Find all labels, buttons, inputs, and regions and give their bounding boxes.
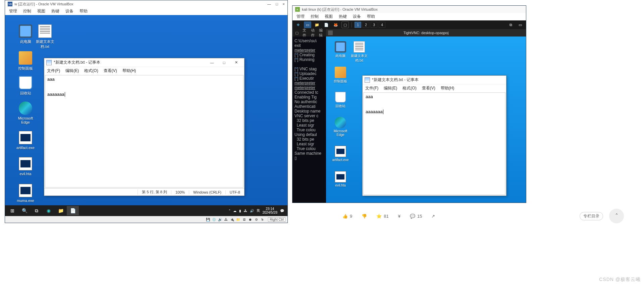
page-watermark: CSDN @极客云曦 [599, 277, 641, 283]
menu-item[interactable]: 管理 [9, 8, 17, 14]
workspace-3[interactable]: 3 [371, 22, 377, 28]
desktop-icon-控制面板[interactable]: 控制面板 [14, 51, 37, 71]
desktop-icon-Microsoft Edge[interactable]: Microsoft Edge [14, 101, 37, 124]
kali-terminal[interactable]: ▢ 文件动作编辑 C:\Users\su\ exit meterpreter [… [292, 29, 326, 203]
panel-tray-btn2[interactable]: ▭ [517, 21, 524, 28]
menu-item[interactable]: 视图 [325, 14, 333, 19]
tray-volume-icon[interactable]: 🔊 [250, 209, 254, 213]
menu-item[interactable]: 控制 [23, 8, 31, 14]
notepad-text-area[interactable]: aaa aaaaaaa [45, 75, 244, 188]
menu-item[interactable]: 管理 [297, 14, 305, 19]
workspace-1[interactable]: 1 [355, 22, 361, 28]
notepad-close-button[interactable]: ✕ [230, 59, 242, 67]
menu-item[interactable]: 控制 [311, 14, 319, 19]
tray-ime-lang[interactable]: 英 [257, 208, 260, 213]
tray-network-icon[interactable]: 🖧 [244, 209, 247, 213]
desktop-icon-evil.hta[interactable]: evil.hta [331, 171, 350, 187]
menu-item[interactable]: 查看(V) [422, 85, 435, 91]
panel-files-icon[interactable]: 📁 [313, 21, 321, 28]
menu-item[interactable]: 帮助 [367, 14, 375, 19]
vm-display-icon[interactable]: 🖥 [242, 217, 247, 222]
sidebar-toc-button[interactable]: 专栏目录 [580, 212, 603, 220]
start-button[interactable]: ⊞ [6, 206, 18, 215]
vm-cpu-icon[interactable]: ⚙ [254, 217, 259, 222]
notepad-titlebar[interactable]: *新建文本文档.txt - 记事本 [363, 76, 506, 84]
panel-firefox-icon[interactable]: 🦊 [332, 21, 339, 28]
share-button[interactable]: ↗ [431, 214, 435, 219]
notepad-min-button[interactable]: — [206, 59, 218, 67]
workspace-2[interactable]: 2 [363, 22, 369, 28]
vm-close-button[interactable]: × [283, 2, 285, 6]
like-button[interactable]: 👍 9 [342, 214, 352, 219]
notepad-taskbar-icon[interactable]: 📄 [67, 206, 79, 215]
desktop-icon-回收站[interactable]: 回收站 [331, 91, 350, 109]
vm-optical-icon[interactable]: 💿 [212, 217, 216, 222]
vm-audio-icon[interactable]: 🔊 [218, 217, 222, 222]
desktop-icon-evil.hta[interactable]: evil.hta [14, 157, 37, 176]
desktop-icon-回收站[interactable]: 回收站 [14, 76, 37, 96]
menu-item[interactable]: 热键 [51, 8, 59, 14]
vnc-remote-desktop[interactable]: *新建文本文档.txt - 记事本 文件(F)编辑(E)格式(O)查看(V)帮助… [326, 37, 526, 203]
menu-item[interactable]: 编辑(E) [65, 68, 79, 74]
notepad-titlebar[interactable]: *新建文本文档.txt - 记事本 — □ ✕ [44, 58, 244, 67]
desktop-icon-新建文本文档.txt[interactable]: 新建文本文档.txt [34, 24, 56, 49]
left-vm-titlebar[interactable]: VB w [正在运行] - Oracle VM VirtualBox — □ × [5, 0, 287, 8]
vm-mouse-icon[interactable]: 🖱 [260, 217, 265, 222]
tray-onedrive-icon[interactable]: ☁ [233, 209, 236, 213]
desktop-icon-muma.exe[interactable]: muma.exe [14, 184, 37, 203]
desktop-icon-此电脑[interactable]: 此电脑 [14, 24, 37, 44]
right-vm-titlebar[interactable]: K kali linux (k) [正在运行] - Oracle VM Virt… [292, 6, 526, 13]
reward-button[interactable]: ¥ [398, 214, 400, 219]
panel-show-desktop-icon[interactable]: ▭ [304, 21, 311, 28]
desktop-icon-此电脑[interactable]: 此电脑 [331, 41, 350, 58]
windows-desktop-left[interactable]: *新建文本文档.txt - 记事本 — □ ✕ 文件(F)编辑(E)格式(O)查… [5, 15, 287, 216]
menu-item[interactable]: 文件(F) [47, 68, 60, 74]
vm-network-icon[interactable]: 🖧 [224, 217, 228, 222]
menu-item[interactable]: 设备 [65, 8, 73, 14]
menu-item[interactable]: 查看(V) [104, 68, 117, 74]
action-center-icon[interactable]: 💬 [280, 209, 284, 213]
vm-hdd-icon[interactable]: 💾 [206, 217, 210, 222]
panel-tray-btn1[interactable]: ⧉ [507, 21, 515, 28]
panel-text-icon[interactable]: 📄 [323, 21, 330, 28]
menu-item[interactable]: 帮助 [79, 8, 88, 14]
desktop-icon-artifact.exe[interactable]: artifact.exe [14, 131, 37, 150]
workspace-4[interactable]: 4 [379, 22, 385, 28]
kali-menu-icon[interactable]: ❖ [294, 21, 302, 28]
taskbar-clock[interactable]: 23:14 2024/5/28 [263, 207, 278, 214]
menu-item[interactable]: 文件(F) [365, 85, 378, 91]
menu-item[interactable]: 帮助(H) [122, 68, 136, 74]
desktop-icon-artifact.exe[interactable]: artifact.exe [331, 146, 350, 162]
panel-terminal-icon[interactable]: ▢ [341, 21, 349, 28]
desktop-icon-控制面板[interactable]: 控制面板 [331, 67, 350, 84]
comment-button[interactable]: 💬 15 [410, 214, 422, 219]
tray-battery-icon[interactable]: ▮ [239, 209, 241, 213]
notepad-max-button[interactable]: □ [218, 59, 230, 67]
vm-record-icon[interactable]: ⏺ [248, 217, 253, 222]
menu-item[interactable]: 设备 [353, 14, 361, 19]
scroll-top-button[interactable]: ˄ [609, 209, 624, 223]
menu-item[interactable]: 视图 [37, 8, 45, 14]
vm-shared-icon[interactable]: 📁 [236, 217, 240, 222]
star-button[interactable]: ⭐ 81 [376, 214, 388, 219]
dislike-button[interactable]: 👎 [362, 214, 367, 219]
menu-item[interactable]: 编辑(E) [384, 85, 397, 91]
exe-icon [19, 184, 32, 197]
vm-min-button[interactable]: — [267, 2, 271, 6]
menu-item[interactable]: 格式(O) [402, 85, 416, 91]
search-button[interactable]: 🔍 [18, 206, 31, 215]
vm-usb-icon[interactable]: 🔌 [230, 217, 234, 222]
task-view-button[interactable]: ⧉ [31, 206, 43, 215]
edge-taskbar-icon[interactable]: ◉ [43, 206, 55, 215]
vnc-titlebar[interactable]: TightVNC: desktop-opaqpoj [326, 29, 526, 37]
menu-item[interactable]: 格式(O) [84, 68, 98, 74]
explorer-taskbar-icon[interactable]: 📁 [55, 206, 67, 215]
desktop-icon-Microsoft Edge[interactable]: Microsoft Edge [331, 117, 350, 137]
tray-chevron-icon[interactable]: ˄ [229, 209, 230, 213]
desktop-icon-新建文本文档.txt[interactable]: 新建文本文档.txt [350, 41, 369, 63]
menu-item[interactable]: 热键 [339, 14, 347, 19]
notepad-text-area[interactable]: aaa aaaaaaa [363, 92, 505, 195]
menu-item[interactable]: 帮助(H) [441, 85, 454, 91]
vm-max-button[interactable]: □ [276, 2, 278, 6]
term-control-icon[interactable]: ▢ [295, 31, 299, 35]
